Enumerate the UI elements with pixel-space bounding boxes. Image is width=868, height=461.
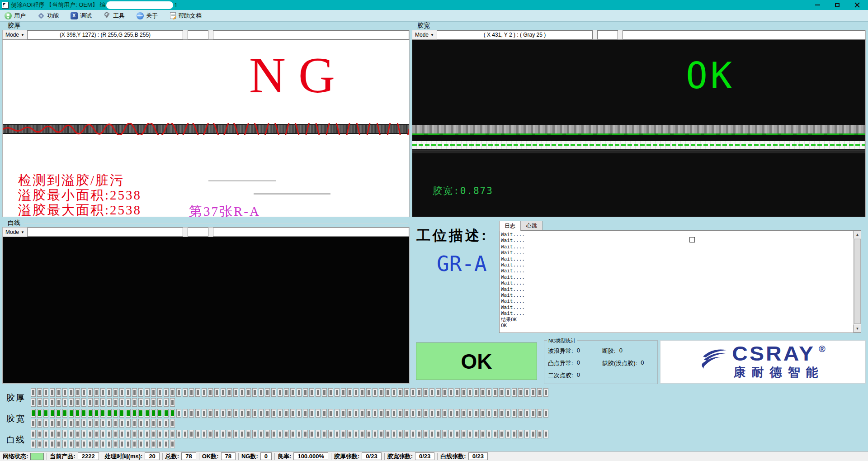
frame-slot (107, 409, 112, 418)
frame-slot (56, 440, 61, 448)
menu-item-label: 关于 (146, 12, 158, 20)
frame-slot (531, 388, 536, 397)
frame-slot (373, 388, 377, 397)
frame-slot (50, 419, 55, 428)
frame-slot (170, 409, 175, 418)
overall-result-indicator[interactable]: OK (416, 342, 537, 380)
ng-stat-row: 二次点胶:0 (548, 371, 580, 380)
toolbar-field-long[interactable] (623, 30, 865, 39)
frame-slot (360, 409, 365, 418)
frame-slot (417, 430, 422, 438)
menu-item-help-doc[interactable]: 帮助文档 (170, 12, 202, 20)
ng-stat-value: 0 (577, 359, 580, 367)
minimize-button[interactable] (807, 0, 827, 10)
toolbar-field-small[interactable] (188, 30, 208, 39)
thickness-image-view[interactable]: NG 检测到溢胶/脏污 溢胶最小面积:2538 溢胶最大面积:2538 第37张… (2, 40, 410, 217)
frame-slot (164, 440, 169, 448)
logo-company-name: 康耐德智能 (734, 364, 824, 380)
redaction-blob (106, 1, 173, 9)
frame-slot (461, 409, 466, 418)
frame-slot (429, 388, 434, 397)
maximize-button[interactable] (827, 0, 847, 10)
menu-item-debug[interactable]: 调试 (71, 12, 92, 20)
menu-item-function[interactable]: 功能 (38, 12, 59, 20)
log-scrollbar[interactable]: ▲ ▼ (853, 231, 861, 333)
frame-slot (347, 430, 352, 438)
frame-slot (240, 388, 245, 397)
toolbar-field-long[interactable] (213, 30, 409, 39)
frame-slot (138, 398, 143, 407)
log-line: Wait.... (501, 244, 852, 250)
menu-item-about[interactable]: 关于 (137, 12, 158, 20)
frame-slot (208, 430, 213, 438)
frame-slot (50, 440, 55, 448)
menu-item-user[interactable]: 用户 (5, 12, 26, 20)
frame-slot (189, 409, 194, 418)
frame-slot (322, 430, 327, 438)
close-icon (854, 2, 860, 8)
frame-slot (366, 388, 371, 397)
defect-messages: 检测到溢胶/脏污 溢胶最小面积:2538 溢胶最大面积:2538 (18, 173, 142, 217)
chevron-down-icon: ▼ (21, 33, 24, 37)
frame-slot (170, 440, 175, 448)
frame-slot (119, 388, 124, 397)
mode-dropdown[interactable]: Mode ▼ (412, 30, 437, 39)
frame-slot (227, 388, 232, 397)
frame-slot (43, 430, 48, 438)
frame-slot (303, 388, 308, 397)
toolbar-field-small[interactable] (597, 30, 618, 39)
scroll-down-icon[interactable]: ▼ (854, 325, 861, 333)
frame-slot (50, 398, 55, 407)
frame-slot (94, 388, 99, 397)
frame-slot (404, 409, 409, 418)
mode-dropdown[interactable]: Mode ▼ (3, 228, 27, 237)
log-lines[interactable]: Wait....Wait....Wait....Wait....Wait....… (501, 232, 852, 332)
frame-slot (132, 419, 137, 428)
log-tab-1[interactable]: 心跳 (521, 221, 542, 230)
scrollbar-thumb[interactable] (854, 239, 861, 324)
frame-slot (119, 440, 124, 448)
indicator-label: 胶宽 (6, 409, 30, 429)
frame-slot (195, 409, 200, 418)
log-line: Wait.... (501, 274, 852, 280)
frame-slot (240, 409, 245, 418)
frame-slot (322, 409, 327, 418)
frame-slot (284, 430, 289, 438)
frame-slot (512, 430, 517, 438)
mode-dropdown[interactable]: Mode ▼ (3, 30, 27, 39)
close-button[interactable] (847, 0, 867, 10)
frame-slot (170, 398, 175, 407)
whiteline-image-view[interactable] (2, 237, 410, 384)
frame-slot (448, 409, 453, 418)
status-label: 白线张数: (440, 452, 466, 461)
frame-slot (486, 409, 491, 418)
indicator-group-1: 胶宽 (0, 409, 868, 429)
frame-slot (392, 388, 396, 397)
scroll-up-icon[interactable]: ▲ (854, 231, 861, 238)
frame-slot (132, 430, 137, 438)
toolbar-field-long[interactable] (213, 228, 409, 237)
frame-slot (309, 409, 314, 418)
log-checkbox[interactable] (689, 237, 695, 242)
frame-slot (259, 430, 264, 438)
frame-slot (410, 430, 415, 438)
frame-slot (297, 388, 302, 397)
frame-slot (176, 409, 181, 418)
frame-slot (379, 388, 384, 397)
measure-line-top (412, 133, 865, 135)
log-line: OK (501, 323, 852, 328)
frame-slot (56, 430, 61, 438)
frame-slot (297, 409, 302, 418)
frame-slot (100, 419, 105, 428)
frame-slot (455, 409, 460, 418)
app-icon (2, 2, 9, 9)
frame-slot (467, 409, 472, 418)
frame-slot (100, 388, 105, 397)
width-image-view[interactable]: OK 胶宽:0.873 (412, 40, 866, 217)
frame-slot (436, 430, 441, 438)
log-tab-0[interactable]: 日志 (499, 221, 521, 231)
ng-stats-title: NG类型统计 (547, 337, 577, 344)
toolbar-field-small[interactable] (188, 228, 208, 237)
frame-slot (62, 388, 67, 397)
menu-item-tools[interactable]: 工具 (104, 12, 125, 20)
